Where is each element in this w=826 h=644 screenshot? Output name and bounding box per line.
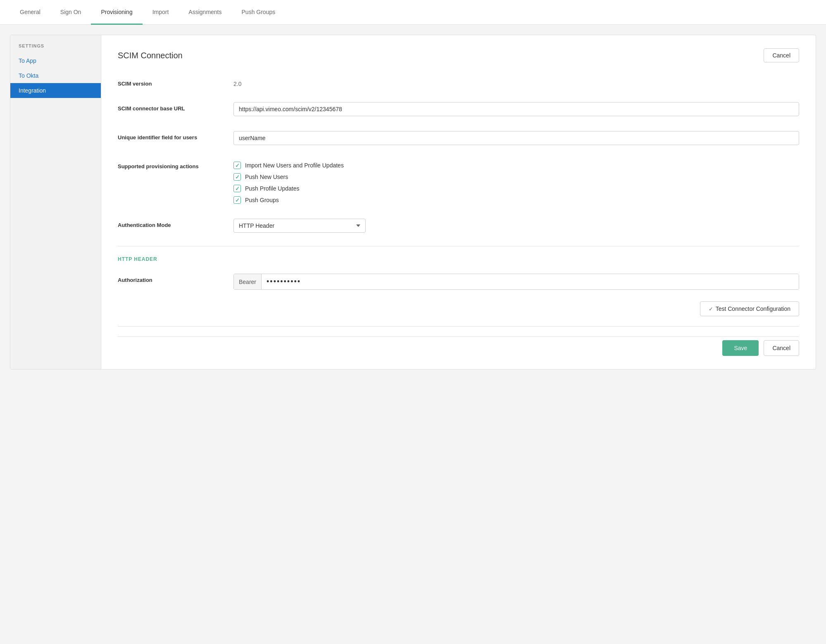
checkbox-push-groups-box: ✓ <box>233 196 241 204</box>
unique-id-input[interactable] <box>233 131 799 145</box>
authorization-row: Authorization Bearer <box>118 270 799 293</box>
tab-provisioning[interactable]: Provisioning <box>91 0 142 25</box>
provisioning-actions-label: Supported provisioning actions <box>118 160 233 169</box>
form-title: SCIM Connection <box>118 51 183 60</box>
top-nav: General Sign On Provisioning Import Assi… <box>0 0 826 25</box>
form-actions: Save Cancel <box>118 336 799 356</box>
actions-divider <box>118 326 799 327</box>
checkbox-push-new-users-label: Push New Users <box>245 174 288 180</box>
tab-assignments[interactable]: Assignments <box>179 0 231 25</box>
unique-id-row: Unique identifier field for users <box>118 128 799 148</box>
scim-url-label: SCIM connector base URL <box>118 102 233 112</box>
sidebar-heading: SETTINGS <box>10 43 101 53</box>
authorization-label: Authorization <box>118 274 233 283</box>
checkbox-group: ✓ Import New Users and Profile Updates ✓… <box>233 160 799 204</box>
checkbox-import-new-label: Import New Users and Profile Updates <box>245 162 344 169</box>
checkbox-push-profile-box: ✓ <box>233 185 241 192</box>
tab-sign-on[interactable]: Sign On <box>50 0 91 25</box>
auth-mode-label: Authentication Mode <box>118 219 233 228</box>
cancel-bottom-button[interactable]: Cancel <box>764 340 799 356</box>
sidebar-item-integration[interactable]: Integration <box>10 83 101 98</box>
checkbox-push-profile-label: Push Profile Updates <box>245 185 300 192</box>
auth-input-group: Bearer <box>233 274 799 290</box>
section-divider <box>118 246 799 246</box>
form-header: SCIM Connection Cancel <box>118 48 799 62</box>
provisioning-actions-row: Supported provisioning actions ✓ Import … <box>118 157 799 207</box>
scim-url-input[interactable] <box>233 102 799 116</box>
http-header-section-label: HTTP HEADER <box>118 256 799 262</box>
checkbox-push-groups[interactable]: ✓ Push Groups <box>233 196 799 204</box>
checkbox-import-new-box: ✓ <box>233 162 241 169</box>
checkbox-push-new-users-box: ✓ <box>233 173 241 181</box>
test-connector-label: Test Connector Configuration <box>716 305 790 312</box>
sidebar: SETTINGS To App To Okta Integration <box>10 35 101 369</box>
cancel-top-button[interactable]: Cancel <box>764 48 799 62</box>
auth-mode-select[interactable]: HTTP Header Basic Auth OAuth 2.0 <box>233 219 366 233</box>
checkbox-import-new[interactable]: ✓ Import New Users and Profile Updates <box>233 162 799 169</box>
save-button[interactable]: Save <box>722 340 759 356</box>
checkbox-push-new-users[interactable]: ✓ Push New Users <box>233 173 799 181</box>
scim-url-row: SCIM connector base URL <box>118 99 799 119</box>
scim-version-row: SCIM version 2.0 <box>118 74 799 91</box>
tab-push-groups[interactable]: Push Groups <box>232 0 286 25</box>
test-connector-row: ✓ Test Connector Configuration <box>118 301 799 316</box>
sidebar-item-to-okta[interactable]: To Okta <box>10 68 101 83</box>
scim-version-value: 2.0 <box>233 77 799 87</box>
tab-general[interactable]: General <box>10 0 50 25</box>
checkbox-push-profile[interactable]: ✓ Push Profile Updates <box>233 185 799 192</box>
auth-mode-row: Authentication Mode HTTP Header Basic Au… <box>118 215 799 236</box>
checkbox-push-groups-label: Push Groups <box>245 197 279 203</box>
scim-version-label: SCIM version <box>118 77 233 87</box>
content-area: SCIM Connection Cancel SCIM version 2.0 … <box>101 35 816 369</box>
checkmark-icon: ✓ <box>709 306 713 312</box>
unique-id-label: Unique identifier field for users <box>118 131 233 141</box>
auth-token-input[interactable] <box>262 274 799 289</box>
sidebar-item-to-app[interactable]: To App <box>10 53 101 68</box>
tab-import[interactable]: Import <box>143 0 179 25</box>
auth-prefix-label: Bearer <box>234 274 262 289</box>
test-connector-button[interactable]: ✓ Test Connector Configuration <box>700 301 799 316</box>
main-container: SETTINGS To App To Okta Integration SCIM… <box>10 35 816 370</box>
